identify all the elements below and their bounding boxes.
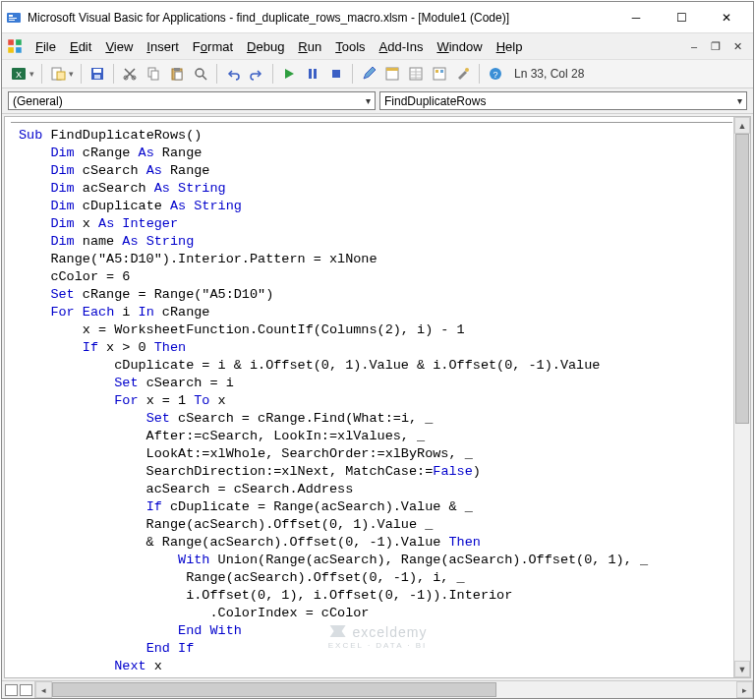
scroll-down-button[interactable]: ▼ <box>734 661 750 677</box>
run-button[interactable] <box>278 63 300 85</box>
full-module-view-button[interactable] <box>20 684 32 696</box>
code-dropdowns: (General) ▾ FindDuplicateRows ▾ <box>2 88 753 114</box>
vertical-scrollbar[interactable]: ▲ ▼ <box>733 117 750 677</box>
menu-run[interactable]: Run <box>292 37 327 56</box>
chevron-down-icon: ▾ <box>366 95 371 106</box>
mdi-controls: – ❐ ✕ <box>686 39 745 53</box>
scroll-thumb-h[interactable] <box>52 682 496 697</box>
paste-button[interactable] <box>166 63 188 85</box>
svg-rect-16 <box>174 68 180 71</box>
window-controls: ─ ☐ ✕ <box>613 3 749 32</box>
scroll-track[interactable] <box>734 134 750 661</box>
svg-rect-25 <box>434 68 445 80</box>
maximize-button[interactable]: ☐ <box>659 3 704 32</box>
menu-insert[interactable]: Insert <box>141 37 185 56</box>
object-dropdown-value: (General) <box>13 94 366 108</box>
svg-point-28 <box>465 68 469 72</box>
close-button[interactable]: ✕ <box>704 3 749 32</box>
cut-button[interactable] <box>119 63 141 85</box>
design-mode-button[interactable] <box>358 63 379 85</box>
svg-text:X: X <box>16 70 22 80</box>
object-dropdown[interactable]: (General) ▾ <box>8 91 376 110</box>
svg-rect-23 <box>386 68 398 71</box>
menu-window[interactable]: Window <box>431 37 488 56</box>
scroll-left-button[interactable]: ◂ <box>35 681 52 698</box>
view-mode-buttons <box>2 681 35 698</box>
break-button[interactable] <box>302 63 323 85</box>
menu-help[interactable]: Help <box>491 37 529 56</box>
scroll-right-button[interactable]: ▸ <box>736 681 753 698</box>
code-editor[interactable]: Sub FindDuplicateRows() Dim cRange As Ra… <box>4 116 751 678</box>
redo-button[interactable] <box>246 63 267 85</box>
procedure-separator <box>11 122 732 123</box>
chevron-down-icon: ▾ <box>737 95 742 106</box>
svg-rect-27 <box>440 70 443 73</box>
object-browser-button[interactable] <box>429 63 450 85</box>
procedure-dropdown[interactable]: FindDuplicateRows ▾ <box>379 91 747 110</box>
scroll-thumb[interactable] <box>735 134 749 424</box>
svg-rect-9 <box>93 69 101 73</box>
insert-module-button[interactable] <box>47 63 69 85</box>
reset-button[interactable] <box>325 63 347 85</box>
project-explorer-button[interactable] <box>381 63 403 85</box>
svg-rect-14 <box>151 71 158 80</box>
app-icon <box>6 10 22 26</box>
menu-debug[interactable]: Debug <box>241 37 290 56</box>
window-title: Microsoft Visual Basic for Applications … <box>28 11 613 25</box>
menu-file[interactable]: File <box>29 37 62 56</box>
scroll-up-button[interactable]: ▲ <box>734 117 750 134</box>
dropdown-arrow-icon[interactable]: ▾ <box>69 69 74 79</box>
scroll-track-h[interactable] <box>52 681 736 698</box>
undo-button[interactable] <box>222 63 244 85</box>
properties-button[interactable] <box>405 63 427 85</box>
menu-format[interactable]: Format <box>187 37 239 56</box>
svg-rect-2 <box>9 18 17 19</box>
svg-point-18 <box>196 69 203 77</box>
dropdown-arrow-icon[interactable]: ▾ <box>29 69 34 79</box>
svg-rect-17 <box>175 72 182 80</box>
mdi-close-button[interactable]: ✕ <box>729 39 745 53</box>
editor-footer: ◂ ▸ <box>2 680 753 698</box>
horizontal-scrollbar[interactable]: ◂ ▸ <box>35 681 753 698</box>
vba-logo-icon <box>6 37 24 55</box>
view-excel-button[interactable]: X <box>8 63 29 85</box>
menu-edit[interactable]: Edit <box>64 37 97 56</box>
svg-rect-1 <box>9 15 13 17</box>
minimize-button[interactable]: ─ <box>613 3 659 32</box>
svg-rect-21 <box>332 70 340 78</box>
procedure-view-button[interactable] <box>5 684 18 696</box>
mdi-restore-button[interactable]: ❐ <box>708 39 724 53</box>
menu-addins[interactable]: Add-Ins <box>374 37 430 56</box>
svg-rect-26 <box>436 70 438 73</box>
titlebar: Microsoft Visual Basic for Applications … <box>2 2 753 33</box>
menu-tools[interactable]: Tools <box>329 37 371 56</box>
svg-rect-19 <box>309 69 312 79</box>
copy-button[interactable] <box>143 63 164 85</box>
mdi-minimize-button[interactable]: – <box>686 39 702 53</box>
find-button[interactable] <box>190 63 211 85</box>
toolbar: X ▾ ▾ ? Ln 33, Col 28 <box>2 59 753 88</box>
svg-rect-20 <box>314 69 317 79</box>
toolbox-button[interactable] <box>452 63 474 85</box>
cursor-position: Ln 33, Col 28 <box>514 67 584 81</box>
help-button[interactable]: ? <box>485 63 506 85</box>
svg-rect-7 <box>57 72 65 80</box>
vba-window: Microsoft Visual Basic for Applications … <box>1 1 754 699</box>
save-button[interactable] <box>87 63 108 85</box>
menu-view[interactable]: View <box>99 37 139 56</box>
menubar: File Edit View Insert Format Debug Run T… <box>2 33 753 59</box>
svg-text:?: ? <box>493 70 497 80</box>
svg-rect-10 <box>94 75 100 79</box>
procedure-dropdown-value: FindDuplicateRows <box>384 94 737 108</box>
svg-rect-3 <box>9 20 15 21</box>
code-content[interactable]: Sub FindDuplicateRows() Dim cRange As Ra… <box>5 117 733 677</box>
